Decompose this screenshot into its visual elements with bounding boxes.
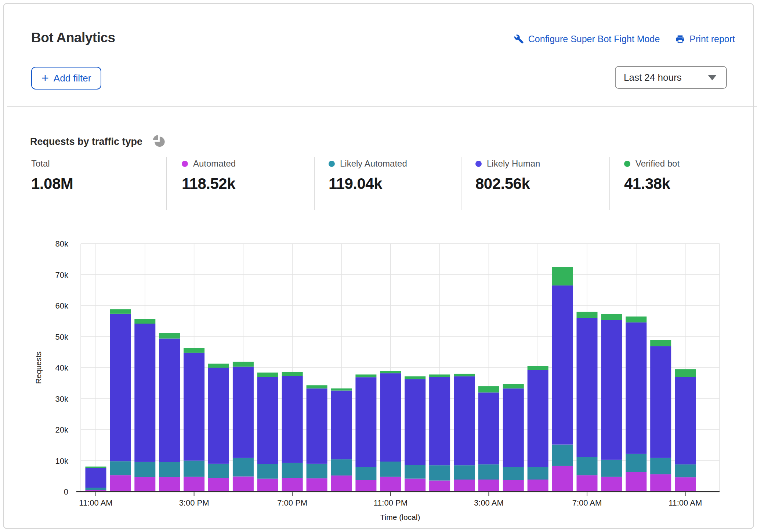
plus-icon: + <box>41 72 49 84</box>
bar-segment-automated <box>331 475 352 492</box>
bar-segment-automated <box>355 480 376 492</box>
bar-segment-automated <box>110 475 131 492</box>
bar-segment-automated <box>454 480 475 492</box>
bar-segment-verified-bot <box>257 373 278 377</box>
bar-segment-automated <box>577 475 598 492</box>
add-filter-button[interactable]: + Add filter <box>31 67 101 90</box>
bar-segment-verified-bot <box>355 375 376 378</box>
bar-segment-likely-human <box>307 389 327 464</box>
bar-segment-likely-human <box>478 393 499 464</box>
bar-segment-likely-human <box>331 391 352 460</box>
stat-likely-human-label: Likely Human <box>487 158 540 169</box>
bar-segment-likely-automated <box>257 464 278 479</box>
bar-segment-likely-automated <box>405 465 425 478</box>
x-axis-tick-label: 3:00 PM <box>179 498 209 507</box>
bot-analytics-card: Bot Analytics Configure Super Bot Fight … <box>3 3 754 529</box>
bar-segment-likely-human <box>454 376 475 466</box>
y-axis-tick-label: 80k <box>55 239 69 248</box>
chevron-down-icon <box>708 75 717 80</box>
time-range-select[interactable]: Last 24 hours <box>615 66 727 89</box>
bar-segment-automated <box>405 479 425 492</box>
bar-segment-verified-bot <box>503 384 524 389</box>
bar-segment-automated <box>675 477 696 492</box>
automated-legend-dot <box>182 161 188 167</box>
bar-segment-likely-automated <box>331 459 352 475</box>
bar-segment-likely-human <box>380 373 401 462</box>
bar-segment-verified-bot <box>650 340 671 346</box>
bar-segment-automated <box>650 474 671 492</box>
stat-total: Total 1.08M <box>31 158 73 193</box>
bar-segment-likely-human <box>626 323 646 454</box>
bar-segment-likely-automated <box>601 460 622 477</box>
printer-icon <box>675 34 685 44</box>
header-actions: Configure Super Bot Fight Mode Print rep… <box>514 34 735 44</box>
bar-segment-automated <box>282 478 303 492</box>
bar-segment-verified-bot <box>134 319 155 324</box>
bar-segment-likely-automated <box>86 488 106 490</box>
likely-automated-legend-dot <box>329 161 335 167</box>
bar-segment-likely-automated <box>503 467 524 480</box>
stat-divider <box>609 157 610 210</box>
stat-likely-automated[interactable]: Likely Automated 119.04k <box>329 158 407 193</box>
bar-segment-likely-human <box>503 389 524 467</box>
bar-segment-likely-automated <box>552 445 573 466</box>
print-report-link[interactable]: Print report <box>675 34 735 44</box>
bar-segment-likely-automated <box>282 463 303 478</box>
stat-divider <box>461 157 461 210</box>
page-title: Bot Analytics <box>31 30 115 45</box>
y-axis-tick-label: 40k <box>55 363 69 372</box>
bar-segment-automated <box>503 480 524 492</box>
y-axis-tick-label: 30k <box>55 394 69 404</box>
bar-segment-verified-bot <box>380 371 401 373</box>
y-axis-title: Requests <box>34 351 43 384</box>
bar-segment-likely-human <box>528 370 548 467</box>
bar-segment-likely-human <box>208 368 229 464</box>
y-axis-tick-label: 60k <box>55 301 69 310</box>
bar-segment-likely-automated <box>159 462 180 477</box>
bar-segment-automated <box>184 477 204 492</box>
bar-segment-verified-bot <box>110 309 131 314</box>
y-axis-tick-label: 0 <box>64 487 68 496</box>
bar-segment-likely-automated <box>528 467 548 480</box>
likely-human-legend-dot <box>475 161 482 167</box>
y-axis-tick-label: 70k <box>55 270 69 280</box>
stat-verified-bot[interactable]: Verified bot 41.38k <box>624 158 680 193</box>
x-axis-tick-label: 7:00 PM <box>277 498 307 507</box>
stat-likely-automated-label: Likely Automated <box>340 158 407 169</box>
bar-segment-automated <box>626 472 646 492</box>
bar-segment-likely-automated <box>307 464 327 478</box>
stat-verified-bot-value: 41.38k <box>624 175 680 193</box>
x-axis-tick-label: 3:00 AM <box>474 498 504 507</box>
bar-segment-automated <box>159 477 180 492</box>
stat-likely-human[interactable]: Likely Human 802.56k <box>475 158 540 193</box>
configure-super-bot-fight-mode-link[interactable]: Configure Super Bot Fight Mode <box>514 34 660 44</box>
bar-segment-verified-bot <box>528 366 548 370</box>
header-divider <box>7 106 757 107</box>
bar-segment-likely-human <box>675 377 696 464</box>
bar-segment-likely-human <box>429 377 450 465</box>
bar-segment-verified-bot <box>577 312 598 318</box>
stat-automated-label: Automated <box>193 158 236 169</box>
stat-automated[interactable]: Automated 118.52k <box>182 158 236 193</box>
bar-segment-likely-human <box>233 367 254 458</box>
bar-segment-automated <box>380 477 401 492</box>
bar-segment-automated <box>478 480 499 492</box>
bar-segment-verified-bot <box>307 385 327 388</box>
bar-segment-likely-human <box>577 318 598 457</box>
bar-segment-likely-automated <box>110 461 131 475</box>
configure-link-label: Configure Super Bot Fight Mode <box>528 34 660 44</box>
bar-segment-likely-human <box>257 377 278 464</box>
bar-segment-verified-bot <box>233 362 254 367</box>
bar-segment-verified-bot <box>159 333 180 338</box>
bar-segment-automated <box>601 477 622 492</box>
bar-segment-likely-human <box>134 324 155 462</box>
bar-segment-verified-bot <box>331 389 352 391</box>
x-axis-tick-label: 11:00 AM <box>79 498 112 507</box>
bar-segment-likely-automated <box>478 464 499 480</box>
x-axis-tick-label: 7:00 AM <box>572 498 602 507</box>
bar-segment-likely-automated <box>577 457 598 475</box>
bar-segment-verified-bot <box>552 267 573 285</box>
bar-segment-likely-automated <box>675 464 696 478</box>
bar-segment-verified-bot <box>282 372 303 376</box>
bar-segment-automated <box>429 481 450 492</box>
